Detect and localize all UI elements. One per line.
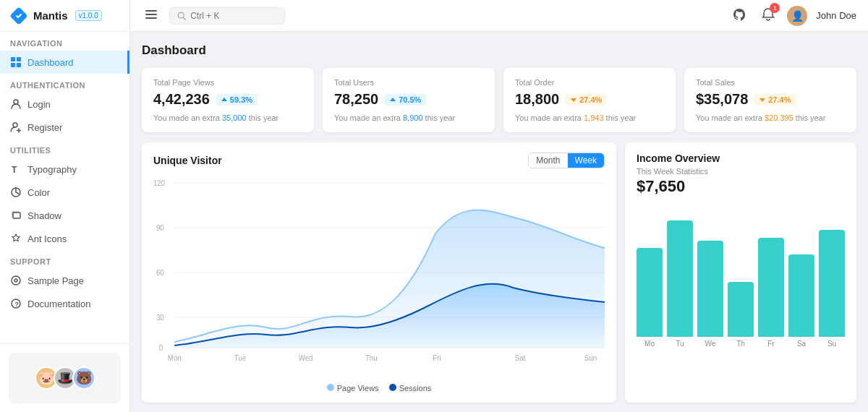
sidebar-item-dashboard[interactable]: Dashboard: [0, 51, 129, 74]
bar-chart: Mo Tu We Th: [637, 203, 845, 348]
bar-label-th: Th: [736, 340, 745, 348]
user-name: John Doe: [816, 10, 856, 21]
bar-su: [819, 230, 845, 337]
user-avatar: 👤: [787, 6, 807, 26]
shadow-icon: [10, 210, 22, 221]
bar-label-we: We: [705, 340, 716, 348]
sidebar-item-shadow[interactable]: Shadow: [0, 204, 129, 227]
sidebar-item-register[interactable]: Register: [0, 116, 129, 139]
svg-rect-12: [13, 213, 20, 218]
bottom-row: Unique Visitor Month Week: [142, 142, 856, 403]
sidebar-item-label: Register: [27, 122, 62, 133]
sidebar-item-documentation[interactable]: ? Documentation: [0, 292, 129, 315]
svg-text:Tue: Tue: [234, 354, 247, 362]
bar-label-su: Su: [827, 340, 836, 348]
app-version: v1.0.0: [75, 10, 102, 21]
bar-label-mo: Mo: [644, 340, 655, 348]
svg-rect-2: [17, 57, 21, 61]
income-chart-card: Income Overview This Week Statistics $7,…: [625, 142, 856, 403]
bar-column-tu: Tu: [667, 210, 693, 348]
sidebar-item-label: Shadow: [27, 210, 61, 221]
period-toggle: Month Week: [528, 153, 605, 168]
stat-badge: 70.5%: [384, 94, 426, 106]
sidebar-item-ant-icons[interactable]: Ant Icons: [0, 227, 129, 250]
sidebar-item-label: Login: [27, 99, 51, 110]
bar-label-sa: Sa: [797, 340, 806, 348]
svg-text:Mon: Mon: [168, 354, 182, 362]
search-icon: [177, 11, 186, 21]
stat-label: Total Sales: [696, 78, 845, 87]
page-content: Dashboard Total Page Views 4,42,236 59.3…: [130, 32, 868, 412]
menu-toggle-button[interactable]: [142, 5, 161, 26]
svg-point-5: [14, 100, 18, 104]
bar-we: [697, 241, 723, 337]
visitor-chart-svg: 120 90 60 30 0: [153, 176, 605, 364]
legend-page-views: Page Views: [337, 384, 379, 392]
bar-sa: [788, 254, 814, 337]
sidebar: Mantis v1.0.0 Navigation Dashboard Authe…: [0, 0, 130, 412]
stat-footnote: You made an extra 8,900 this year: [334, 113, 483, 122]
sidebar-item-label: Sample Page: [27, 275, 84, 286]
sidebar-item-sample-page[interactable]: Sample Page: [0, 269, 129, 292]
page-title: Dashboard: [142, 43, 856, 58]
notification-button[interactable]: 1: [758, 4, 778, 27]
svg-text:120: 120: [153, 179, 166, 187]
sidebar-item-color[interactable]: Color: [0, 181, 129, 204]
svg-text:Fri: Fri: [433, 354, 441, 362]
login-icon: [10, 98, 22, 110]
svg-point-13: [12, 276, 20, 285]
bar-th: [728, 282, 754, 337]
section-label-auth: Authentication: [0, 74, 129, 93]
github-button[interactable]: [729, 4, 749, 27]
app-logo: [10, 7, 27, 25]
sidebar-item-login[interactable]: Login: [0, 93, 129, 116]
color-icon: [10, 186, 22, 198]
sidebar-item-label: Typography: [27, 164, 77, 175]
sample-page-icon: [10, 275, 22, 286]
sidebar-section-navigation: Navigation Dashboard: [0, 32, 129, 74]
sidebar-bottom-card: 🐷 🎩 🐻: [0, 343, 129, 412]
bar-column-sa: Sa: [788, 210, 814, 348]
svg-text:0: 0: [159, 344, 163, 352]
bar-label-tu: Tu: [676, 340, 684, 348]
sidebar-item-label: Dashboard: [27, 57, 74, 68]
sidebar-header: Mantis v1.0.0: [0, 0, 129, 32]
stat-footnote: You made an extra 35,000 this year: [153, 113, 302, 122]
stats-row: Total Page Views 4,42,236 59.3% You made…: [142, 68, 856, 132]
svg-rect-1: [11, 57, 15, 61]
stat-value: $35,078: [696, 91, 748, 108]
stat-card-users: Total Users 78,250 70.5% You made an ext…: [323, 68, 495, 132]
week-toggle-button[interactable]: Week: [568, 153, 604, 168]
search-box[interactable]: [169, 7, 285, 25]
stat-footnote: You made an extra 1,943 this year: [515, 113, 664, 122]
bar-tu: [667, 220, 693, 338]
search-input[interactable]: [190, 11, 277, 21]
sidebar-section-support: Support Sample Page ? Documentation: [0, 250, 129, 315]
sidebar-section-authentication: Authentication Login Register: [0, 74, 129, 139]
stat-card-orders: Total Order 18,800 27.4% You made an ext…: [503, 68, 676, 132]
stat-label: Total Page Views: [153, 78, 302, 87]
bar-column-su: Su: [819, 210, 845, 348]
svg-text:?: ?: [15, 301, 20, 308]
typography-icon: T: [10, 163, 22, 175]
stat-value: 4,42,236: [153, 91, 210, 108]
stat-footnote: You made an extra $20,395 this year: [696, 113, 845, 122]
sidebar-item-label: Documentation: [27, 299, 90, 309]
month-toggle-button[interactable]: Month: [529, 153, 567, 168]
income-amount: $7,650: [637, 177, 845, 196]
visitor-chart-title: Unique Visitor: [153, 155, 222, 166]
legend-sessions: Sessions: [399, 384, 432, 392]
stat-label: Total Order: [515, 78, 664, 87]
svg-text:30: 30: [156, 314, 164, 322]
bar-column-fr: Fr: [758, 210, 784, 348]
income-title: Income Overview: [637, 153, 845, 164]
bar-fr: [758, 238, 784, 337]
svg-point-14: [14, 279, 17, 282]
topbar-right: 1 👤 John Doe: [729, 4, 856, 27]
svg-text:Thu: Thu: [365, 354, 378, 362]
ant-icons-icon: [10, 233, 22, 244]
stat-label: Total Users: [334, 78, 483, 87]
stat-value: 78,250: [334, 91, 378, 108]
sidebar-section-utilities: Utilities T Typography Color: [0, 139, 129, 250]
sidebar-item-typography[interactable]: T Typography: [0, 158, 129, 181]
